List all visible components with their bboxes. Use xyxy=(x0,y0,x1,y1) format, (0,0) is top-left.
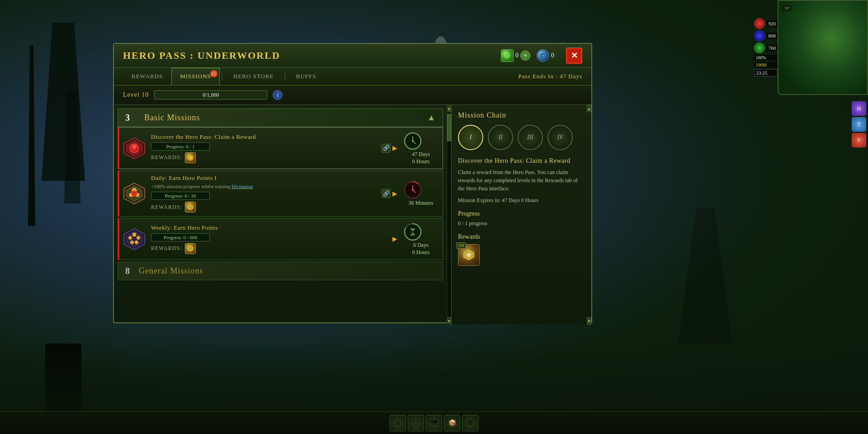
mission-row-weekly[interactable]: Weekly: Earn Hero Points Progress: 0 / 6… xyxy=(118,218,443,260)
chain-step-1[interactable]: I xyxy=(458,125,483,150)
mission-badge-weekly xyxy=(123,228,146,250)
chain-step-3[interactable]: III xyxy=(518,125,543,150)
svg-marker-19 xyxy=(188,204,193,210)
level-info-button[interactable]: i xyxy=(273,90,283,100)
mission-list[interactable]: 3 Basic Missions ▲ xyxy=(114,105,447,325)
mission-row-discover[interactable]: Discover the Hero Pass: Claim a Reward P… xyxy=(118,127,443,169)
tab-buffs[interactable]: Buffs xyxy=(288,68,325,85)
progress-text-discover: Progress: 0 / 1 xyxy=(151,143,209,150)
right-scroll-down[interactable]: ▼ xyxy=(587,317,591,325)
mission-info-daily: Daily: Earn Hero Points I +100% mission … xyxy=(151,175,376,212)
progress-text-weekly: Progress: 0 / 600 xyxy=(151,234,209,241)
gems-value: 0 xyxy=(515,52,519,59)
svg-marker-30 xyxy=(188,246,193,251)
rewards-label-daily: Rewards: xyxy=(151,204,182,211)
svg-point-27 xyxy=(137,236,140,239)
energy-orb xyxy=(754,42,765,53)
svg-point-12 xyxy=(412,140,414,142)
tab-hero-store[interactable]: Hero Store xyxy=(225,68,283,85)
hud-btn-v[interactable]: V xyxy=(852,133,866,147)
hero-points-currency: ⚜ 0 xyxy=(537,49,554,62)
reward-icon-daily xyxy=(185,202,196,212)
panel-title: Hero Pass : Underworld xyxy=(123,50,280,61)
currency-display: 0 + ⚜ 0 ✕ xyxy=(501,47,582,64)
progress-wrap-daily: Progress: 0 / 20 xyxy=(151,192,376,200)
svg-point-35 xyxy=(467,253,471,257)
action-icon-1[interactable]: ⚔ xyxy=(390,415,406,431)
right-progress-detail: 0 / 1 progress xyxy=(458,220,585,227)
chain-icon-daily[interactable]: 🔗 xyxy=(382,189,391,198)
tab-missions[interactable]: Missions 21 xyxy=(171,68,220,85)
basic-missions-header[interactable]: 3 Basic Missions ▲ xyxy=(118,108,443,127)
chain-icon-discover[interactable]: 🔗 xyxy=(382,144,391,153)
svg-point-26 xyxy=(129,236,132,239)
tab-separator-2: | xyxy=(283,72,288,80)
chain-title: Mission Chain xyxy=(458,111,585,119)
energy-value: 760 xyxy=(767,45,778,51)
mission-desc-daily: +100% mission progress whilst training D… xyxy=(151,184,376,189)
mission-name-weekly: Weekly: Earn Hero Points xyxy=(151,224,387,231)
timer-circle-discover xyxy=(403,131,423,151)
svg-text:⭐: ⭐ xyxy=(189,156,192,160)
reward-icon-discover: ⭐ xyxy=(185,152,196,163)
close-button[interactable]: ✕ xyxy=(566,47,582,64)
add-gems-button[interactable]: + xyxy=(520,51,530,61)
scroll-thumb[interactable] xyxy=(447,114,451,141)
level-bar-container: Level 10 0/1,000 i xyxy=(114,85,591,105)
minimap: H XP xyxy=(778,0,868,95)
hud-btn-h[interactable]: H xyxy=(852,101,866,116)
tab-rewards[interactable]: Rewards xyxy=(123,68,171,85)
reward-badge-large: 250 xyxy=(458,244,480,266)
hero-points-icon: ⚜ xyxy=(537,49,549,62)
health-orb xyxy=(754,18,765,29)
mission-timer-daily: 36 Minutes xyxy=(403,180,439,207)
scroll-up-arrow[interactable]: ▲ xyxy=(447,105,451,112)
action-icon-4[interactable]: 📦 xyxy=(444,415,460,431)
expires-text: Mission Expires in: 47 Days 0 Hours xyxy=(458,197,585,204)
right-rewards-title: Rewards xyxy=(458,233,585,241)
hero-points-value: 0 xyxy=(551,52,554,59)
bottom-action-bar: ⚔ 🛡 🗺 📦 ⚙ xyxy=(0,411,868,434)
right-mission-title: Discover the Hero Pass: Claim a Reward xyxy=(458,157,585,165)
action-icon-3[interactable]: 🗺 xyxy=(426,415,442,431)
arrow-discover[interactable]: ▶ xyxy=(392,144,397,152)
mission-timer-weekly: 6 Days 0 Hours xyxy=(403,222,439,256)
mission-badge-daily xyxy=(123,182,146,205)
right-scroll-up[interactable]: ▲ xyxy=(587,105,591,112)
health-value: 920 xyxy=(767,20,778,27)
rewards-row-discover: Rewards: ⭐ xyxy=(151,152,376,163)
xp-progress-bar: 0/1,000 xyxy=(154,90,267,99)
level-pct: 100% xyxy=(754,55,778,61)
action-icon-5[interactable]: ⚙ xyxy=(462,415,478,431)
mission-row-daily[interactable]: Daily: Earn Hero Points I +100% mission … xyxy=(118,170,443,217)
scroll-down-arrow[interactable]: ▼ xyxy=(447,317,451,325)
collapse-basic-icon[interactable]: ▲ xyxy=(427,113,435,123)
chain-step-4[interactable]: IV xyxy=(547,125,573,150)
hud-btn-t[interactable]: T xyxy=(852,117,866,132)
svg-text:⚜: ⚜ xyxy=(542,54,545,58)
mission-badge-discover xyxy=(123,137,146,160)
main-panel: Hero Pass : Underworld 0 + ⚜ xyxy=(113,43,592,323)
general-missions-section-partial[interactable]: 8 General Missions xyxy=(118,262,443,280)
timer-days-weekly: 6 Days 0 Hours xyxy=(403,242,439,256)
svg-point-25 xyxy=(132,233,136,236)
mission-name-daily: Daily: Earn Hero Points I xyxy=(151,175,376,182)
svg-point-18 xyxy=(132,191,137,196)
mission-list-scrollbar[interactable]: ▲ ▼ xyxy=(447,105,451,325)
timer-days-discover: 47 Days 0 Hours xyxy=(403,151,439,165)
arrow-daily[interactable]: ▶ xyxy=(392,190,397,198)
reward-icon-weekly xyxy=(185,243,196,254)
general-missions-title: General Missions xyxy=(139,266,203,276)
mana-orb xyxy=(754,30,765,41)
rewards-row-daily: Rewards: xyxy=(151,202,376,212)
action-icon-2[interactable]: 🛡 xyxy=(408,415,424,431)
arrow-weekly[interactable]: ▶ xyxy=(392,235,397,243)
chain-step-2[interactable]: II xyxy=(488,125,513,150)
divination-link[interactable]: Divination xyxy=(231,184,253,189)
level-label: Level 10 xyxy=(123,91,149,99)
progress-wrap-discover: Progress: 0 / 1 xyxy=(151,142,376,151)
right-progress-title: Progress xyxy=(458,210,585,217)
right-mission-desc: Claim a reward from the Hero Pass. You c… xyxy=(458,168,585,193)
progress-text-daily: Progress: 0 / 20 xyxy=(151,192,209,199)
timer-circle-daily xyxy=(403,180,423,200)
